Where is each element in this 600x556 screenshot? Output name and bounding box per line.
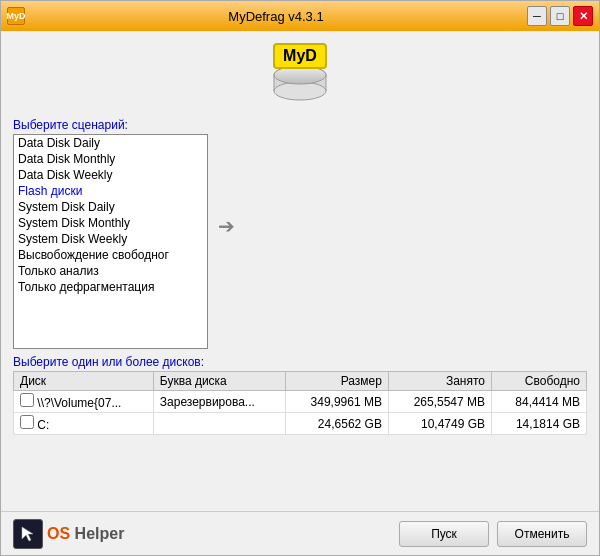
os-text: OS: [47, 525, 70, 542]
col-header-free: Свободно: [492, 372, 587, 391]
svg-marker-6: [22, 527, 33, 541]
scenario-item[interactable]: System Disk Weekly: [14, 231, 207, 247]
col-header-letter: Буква диска: [153, 372, 285, 391]
scenario-item[interactable]: System Disk Daily: [14, 199, 207, 215]
scenarios-list[interactable]: Data Disk DailyData Disk MonthlyData Dis…: [13, 134, 208, 349]
table-row: \\?\Volume{07... Зарезервирова... 349,99…: [14, 391, 587, 413]
os-helper-icon: [13, 519, 43, 549]
cursor-icon: [19, 525, 37, 543]
free-cell: 14,1814 GB: [492, 413, 587, 435]
logo-container: MyD: [273, 43, 327, 104]
scenario-item[interactable]: System Disk Monthly: [14, 215, 207, 231]
disks-label: Выберите один или более дисков:: [13, 355, 587, 369]
window-controls: ─ □ ✕: [527, 6, 593, 26]
disk-table: Диск Буква диска Размер Занято Свободно …: [13, 371, 587, 435]
scenario-item[interactable]: Data Disk Daily: [14, 135, 207, 151]
arrow-icon: ➔: [218, 214, 235, 238]
right-panel: [245, 134, 587, 349]
col-header-used: Занято: [388, 372, 491, 391]
used-cell: 265,5547 MB: [388, 391, 491, 413]
disk-cell: C:: [14, 413, 154, 435]
scenario-item[interactable]: Data Disk Monthly: [14, 151, 207, 167]
letter-cell: [153, 413, 285, 435]
bottom-buttons: Пуск Отменить: [399, 521, 587, 547]
size-cell: 349,9961 MB: [285, 391, 388, 413]
logo-area: MyD: [13, 39, 587, 112]
os-helper-logo: OS Helper: [13, 519, 124, 549]
bottom-bar: OS Helper Пуск Отменить: [1, 511, 599, 555]
scenarios-label: Выберите сценарий:: [13, 118, 587, 132]
disk-icon: [273, 65, 327, 101]
os-helper-text: OS Helper: [47, 525, 124, 543]
scenarios-row: Data Disk DailyData Disk MonthlyData Dis…: [13, 134, 587, 349]
app-icon: MyD: [7, 7, 25, 25]
helper-text: Helper: [70, 525, 124, 542]
scenario-item[interactable]: Data Disk Weekly: [14, 167, 207, 183]
scenarios-section: Выберите сценарий: Data Disk DailyData D…: [13, 118, 587, 349]
disk-checkbox[interactable]: [20, 393, 34, 407]
main-content: MyD: [1, 31, 599, 511]
disk-cell: \\?\Volume{07...: [14, 391, 154, 413]
disk-section: Выберите один или более дисков: Диск Бук…: [13, 355, 587, 435]
svg-point-2: [274, 82, 326, 100]
cancel-button[interactable]: Отменить: [497, 521, 587, 547]
disk-checkbox[interactable]: [20, 415, 34, 429]
app-icon-label: MyD: [7, 11, 26, 21]
start-button[interactable]: Пуск: [399, 521, 489, 547]
minimize-button[interactable]: ─: [527, 6, 547, 26]
close-button[interactable]: ✕: [573, 6, 593, 26]
main-window: MyD MyDefrag v4.3.1 ─ □ ✕ MyD: [0, 0, 600, 556]
table-row: C: 24,6562 GB 10,4749 GB 14,1814 GB: [14, 413, 587, 435]
logo-badge: MyD: [273, 43, 327, 69]
scenario-item[interactable]: Только дефрагментация: [14, 279, 207, 295]
window-title: MyDefrag v4.3.1: [25, 9, 527, 24]
scenario-item[interactable]: Flash диски: [14, 183, 207, 199]
free-cell: 84,4414 MB: [492, 391, 587, 413]
used-cell: 10,4749 GB: [388, 413, 491, 435]
logo-disk: [273, 65, 327, 104]
scenario-item[interactable]: Высвобождение свободног: [14, 247, 207, 263]
col-header-size: Размер: [285, 372, 388, 391]
col-header-disk: Диск: [14, 372, 154, 391]
titlebar: MyD MyDefrag v4.3.1 ─ □ ✕: [1, 1, 599, 31]
size-cell: 24,6562 GB: [285, 413, 388, 435]
maximize-button[interactable]: □: [550, 6, 570, 26]
letter-cell: Зарезервирова...: [153, 391, 285, 413]
scenario-item[interactable]: Только анализ: [14, 263, 207, 279]
